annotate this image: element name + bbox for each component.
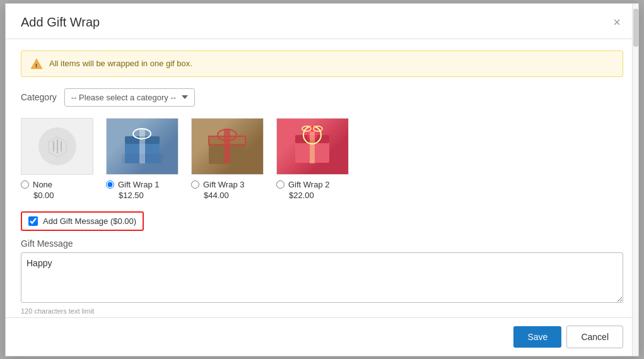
gift-wrap1-svg [119,122,166,170]
magento-icon [45,134,70,159]
close-button[interactable]: × [611,16,623,28]
gift-wrap3-svg [204,122,251,170]
svg-text:!: ! [35,62,37,68]
gift-message-section: Gift Message Happy 120 characters text l… [21,238,623,315]
gift-radio-wrap1[interactable] [106,180,114,189]
gift-message-textarea[interactable]: Happy [21,252,623,303]
gift-wrap1-img [107,119,178,174]
gift-name-none[interactable]: None [33,180,52,189]
gift-name-wrap2[interactable]: Gift Wrap 2 [288,180,330,189]
save-button[interactable]: Save [513,326,561,348]
add-gift-message-checkbox[interactable] [28,216,38,226]
dialog-body: ! All items will be wrapped in one gif b… [6,39,638,317]
svg-rect-5 [122,154,163,163]
gift-wrap2-img [277,119,348,174]
gift-options: None $0.00 [21,118,623,200]
gift-radio-wrap3[interactable] [191,180,199,189]
gift-image-wrap3 [191,118,264,175]
gift-radio-row-wrap2: Gift Wrap 2 [276,180,330,189]
gift-radio-none[interactable] [21,180,29,189]
char-limit-text: 120 characters text limit [21,307,623,315]
add-gift-wrap-dialog: Add Gift Wrap × ! All items will be wrap… [5,3,639,356]
scrollbar-thumb[interactable] [633,9,638,47]
gift-price-none: $0.00 [33,191,54,200]
svg-point-16 [309,126,315,132]
gift-image-wrap1 [106,118,179,175]
gift-radio-row-wrap1: Gift Wrap 1 [106,180,160,189]
gift-item-wrap3: Gift Wrap 3 $44.00 [191,118,264,200]
category-select[interactable]: -- Please select a category -- [64,88,195,107]
gift-price-wrap1: $12.50 [119,191,144,200]
gift-name-wrap1[interactable]: Gift Wrap 1 [118,180,160,189]
gift-radio-row-none: None [21,180,52,189]
add-gift-message-label[interactable]: Add Gift Message ($0.00) [43,216,136,226]
dialog-overlay: Add Gift Wrap × ! All items will be wrap… [0,0,644,359]
alert-banner: ! All items will be wrapped in one gif b… [21,50,623,77]
add-gift-message-row: Add Gift Message ($0.00) [21,211,144,231]
gift-wrap3-img [192,119,263,174]
gift-radio-row-wrap3: Gift Wrap 3 [191,180,245,189]
svg-rect-8 [224,129,230,163]
category-row: Category -- Please select a category -- [21,88,623,107]
gift-image-wrap2 [276,118,349,175]
alert-text: All items will be wrapped in one gif box… [49,59,192,68]
dialog-header: Add Gift Wrap × [6,4,638,39]
category-label: Category [21,92,57,102]
gift-image-none [21,118,93,175]
dialog-title: Add Gift Wrap [21,15,100,30]
scrollbar-track[interactable] [632,4,638,356]
gift-item-wrap2: Gift Wrap 2 $22.00 [276,118,349,200]
gift-message-label: Gift Message [21,238,623,249]
gift-name-wrap3[interactable]: Gift Wrap 3 [203,180,245,189]
cancel-button[interactable]: Cancel [566,326,623,348]
magento-logo-placeholder [38,127,76,165]
dialog-footer: Save Cancel [6,317,638,356]
gift-item-wrap1: Gift Wrap 1 $12.50 [106,118,179,200]
gift-item-none: None $0.00 [21,118,93,200]
gift-price-wrap2: $22.00 [289,191,314,200]
gift-radio-wrap2[interactable] [276,180,284,189]
gift-wrap2-svg [289,122,336,170]
warning-icon: ! [30,57,43,70]
svg-rect-15 [310,129,315,163]
gift-price-wrap3: $44.00 [204,191,229,200]
